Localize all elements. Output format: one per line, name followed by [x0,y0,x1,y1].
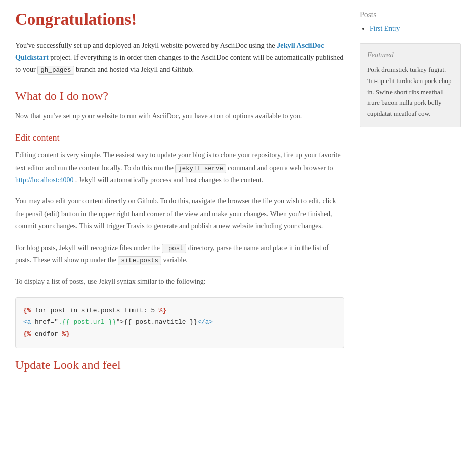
intro-text-after: branch and hosted via Jekyll and Github. [76,65,194,73]
site-posts-code: site.posts [118,256,161,265]
localhost-link[interactable]: http://localhost:4000 [15,176,73,184]
edit-para2: You may also edit your content directly … [15,195,344,232]
code-attr: href=" [35,318,58,326]
code-line-1: {% for post in site.posts limit: 5 %} [23,305,336,317]
edit-para3-before: For blog posts, Jekyll will recognize fi… [15,244,160,252]
post-dir-code: _post [162,244,187,253]
what-title: What do I do now? [15,89,344,103]
code-kw-1: {% [23,307,31,314]
code-line-3: {% endfor %} [23,329,336,340]
edit-para1-mid: command and open a web browser to [228,164,333,172]
jekyll-serve-code: jekyll serve [175,164,226,173]
edit-title: Edit content [15,133,344,143]
sidebar-posts-list: First Entry [360,24,461,33]
edit-para3-after: variable. [163,256,187,264]
code-str: .{{ post.url }} [58,318,116,326]
edit-para1-after: . Jekyll will automatically process and … [75,176,264,184]
code-line-2: <a href=".{{ post.url }}">{{ post.navtit… [23,317,336,329]
code-content: {{ post.navtitle }} [124,318,197,326]
code-endfor: endfor [35,330,62,338]
page-title: Congratulations! [15,10,344,29]
edit-para1: Editing content is very simple. The easi… [15,149,344,186]
edit-para4: To display a list of posts, use Jekyll s… [15,276,344,288]
featured-box: Featured Pork drumstick turkey fugiat. T… [360,43,461,127]
code-kw-3: {% [23,330,31,338]
code-block: {% for post in site.posts limit: 5 %} <a… [15,297,344,348]
featured-text: Pork drumstick turkey fugiat. Tri-tip el… [367,64,453,119]
intro-text-before: You've successfully set up and deployed … [15,41,275,49]
code-tag-close: </a> [197,318,213,326]
first-entry-link[interactable]: First Entry [370,25,400,32]
list-item: First Entry [370,24,461,33]
code-for: for post in site.posts limit: 5 [35,307,159,314]
edit-section: Edit content Editing content is very sim… [15,133,344,348]
what-section: What do I do now? Now that you've set up… [15,89,344,122]
sidebar-posts-label: Posts [360,10,461,19]
what-text: Now that you've set up your website to r… [15,110,344,122]
code-kw-2: %} [159,307,166,314]
sidebar: Posts First Entry Featured Pork drumstic… [360,10,461,382]
featured-label: Featured [367,51,453,59]
intro-paragraph: You've successfully set up and deployed … [15,39,344,76]
code-tag-open: <a [23,318,31,326]
look-section: Update Look and feel [15,358,344,372]
main-content: Congratulations! You've successfully set… [15,10,344,382]
gh-pages-code: gh_pages [37,66,74,75]
code-kw-4: %} [62,330,70,338]
code-attr-close: "> [116,318,124,326]
look-title: Update Look and feel [15,358,344,372]
edit-para3: For blog posts, Jekyll will recognize fi… [15,242,344,267]
